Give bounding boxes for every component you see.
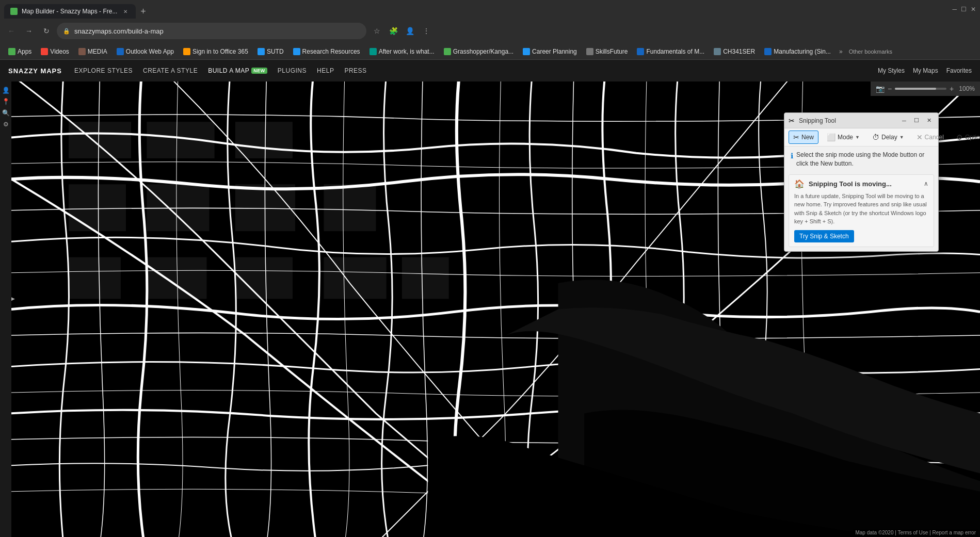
bookmark-favicon-videos: [41, 48, 48, 55]
snip-cancel-button[interactable]: ✕ Cancel: [912, 131, 948, 143]
nav-create-style[interactable]: CREATE A STYLE: [143, 67, 198, 74]
snipping-tool-maximize-button[interactable]: ☐: [911, 116, 922, 126]
bookmark-label-videos: Videos: [50, 48, 69, 55]
bookmark-favicon-sutd: [258, 48, 265, 55]
sidebar-icon-settings[interactable]: ⚙: [1, 120, 10, 129]
bookmark-favicon-career: [523, 48, 530, 55]
bookmark-label-manufacturing: Manufacturing (Sin...: [774, 48, 831, 55]
bookmark-favicon-manufacturing: [764, 48, 772, 55]
new-tab-button[interactable]: +: [136, 4, 150, 19]
svg-rect-2: [147, 122, 214, 158]
bookmark-label-sutd: SUTD: [267, 48, 284, 55]
map-area[interactable]: Map data ©2020 | Terms of Use | Report a…: [11, 82, 980, 537]
site-header: SNAZZY MAPS EXPLORE STYLES CREATE A STYL…: [0, 60, 980, 82]
bookmark-ch341ser[interactable]: CH341SER: [710, 46, 759, 57]
snipping-tool-title-bar: ✂ Snipping Tool ─ ☐ ✕: [784, 113, 938, 128]
snip-options-button[interactable]: ⚙ Options: [952, 131, 980, 143]
bookmark-label-office365: Sign in to Office 365: [192, 48, 248, 55]
bookmark-favicon-ch341ser: [714, 48, 721, 55]
browser-frame: Map Builder - Snazzy Maps - Fre... ✕ + ─…: [0, 0, 980, 537]
new-badge: NEW: [251, 68, 267, 74]
lock-icon: 🔒: [63, 28, 70, 35]
nav-help[interactable]: HELP: [317, 67, 334, 74]
bookmark-favicon-outlook: [117, 48, 124, 55]
site-logo: SNAZZY MAPS: [8, 67, 62, 75]
bookmark-grasshopper[interactable]: Grasshopper/Kanga...: [440, 46, 518, 57]
snip-info-icon: ℹ: [791, 151, 793, 161]
bookmark-sutd[interactable]: SUTD: [253, 46, 288, 57]
bookmark-favicon-office365: [183, 48, 190, 55]
moving-notice-body: In a future update, Snipping Tool will b…: [794, 192, 928, 226]
bookmark-skillsfuture[interactable]: SkillsFuture: [582, 46, 632, 57]
snip-delay-dropdown-icon: ▼: [899, 135, 904, 140]
bookmark-label-research: Research Resources: [302, 48, 360, 55]
bookmark-fundamentals[interactable]: Fundamentals of M...: [633, 46, 709, 57]
my-maps-link[interactable]: My Maps: [913, 67, 938, 74]
tab-close-button[interactable]: ✕: [121, 7, 130, 15]
bookmark-outlook[interactable]: Outlook Web App: [113, 46, 178, 57]
settings-dots-icon[interactable]: ⋮: [419, 24, 433, 38]
bookmark-favicon-grasshopper: [444, 48, 451, 55]
bookmark-star-icon[interactable]: ☆: [369, 24, 384, 38]
snipping-tool-minimize-button[interactable]: ─: [899, 116, 909, 126]
window-controls: ─ ☐ ✕: [952, 6, 976, 13]
bookmark-media[interactable]: MEDIA: [74, 46, 111, 57]
svg-rect-3: [235, 122, 293, 158]
sidebar-icon-search[interactable]: 🔍: [1, 108, 10, 118]
sidebar-expand-button[interactable]: ▶: [11, 296, 15, 301]
favorites-link[interactable]: Favorites: [946, 67, 972, 74]
other-bookmarks-label[interactable]: Other bookmarks: [849, 48, 892, 55]
url-bar[interactable]: 🔒 snazzymaps.com/build-a-map: [57, 23, 366, 39]
close-button[interactable]: ✕: [971, 6, 976, 13]
snipping-instruction-text: Select the snip mode using the Mode butt…: [796, 151, 932, 168]
nav-press[interactable]: PRESS: [344, 67, 366, 74]
bookmark-afterwork[interactable]: After work, is what...: [365, 46, 439, 57]
refresh-button[interactable]: ↻: [39, 24, 54, 38]
my-styles-link[interactable]: My Styles: [878, 67, 905, 74]
zoom-out-icon[interactable]: −: [888, 85, 892, 93]
snip-cancel-icon: ✕: [917, 133, 923, 141]
snip-new-button[interactable]: ✂ New: [789, 131, 818, 144]
snipping-tool-window-controls: ─ ☐ ✕: [899, 116, 934, 126]
moving-notice-collapse-button[interactable]: ∧: [924, 180, 928, 187]
site-nav: EXPLORE STYLES CREATE A STYLE BUILD A MA…: [74, 67, 865, 74]
try-snip-sketch-button[interactable]: Try Snip & Sketch: [794, 230, 854, 242]
nav-build-a-map[interactable]: BUILD A MAP NEW: [208, 67, 267, 74]
bookmark-apps[interactable]: Apps: [4, 46, 36, 57]
snipping-tool-title: Snipping Tool: [799, 117, 895, 124]
bookmark-label-skillsfuture: SkillsFuture: [596, 48, 628, 55]
bookmark-videos[interactable]: Videos: [37, 46, 73, 57]
snip-delay-icon: ⏱: [872, 133, 879, 141]
minimize-button[interactable]: ─: [952, 6, 957, 13]
bookmark-career[interactable]: Career Planning: [519, 46, 581, 57]
snipping-tool-instruction-area: ℹ Select the snip mode using the Mode bu…: [784, 147, 938, 172]
left-sidebar: 👤 📍 🔍 ⚙ ▶: [0, 82, 11, 537]
snip-delay-button[interactable]: ⏱ Delay ▼: [868, 131, 908, 143]
back-button[interactable]: ←: [4, 24, 19, 38]
bookmark-research[interactable]: Research Resources: [289, 46, 364, 57]
nav-plugins[interactable]: PLUGINS: [278, 67, 307, 74]
sidebar-icon-pin[interactable]: 📍: [1, 97, 10, 106]
zoom-slider[interactable]: [895, 88, 946, 90]
zoom-level: 100%: [959, 85, 975, 92]
zoom-in-icon[interactable]: +: [950, 85, 954, 93]
extensions-icon[interactable]: 🧩: [386, 24, 400, 38]
profile-icon[interactable]: 👤: [403, 24, 417, 38]
svg-rect-10: [235, 257, 293, 299]
snip-mode-button[interactable]: ⬜ Mode ▼: [823, 131, 864, 143]
nav-explore-styles[interactable]: EXPLORE STYLES: [74, 67, 133, 74]
forward-button[interactable]: →: [22, 24, 36, 38]
address-bar: ← → ↻ 🔒 snazzymaps.com/build-a-map ☆ 🧩 👤…: [0, 19, 980, 43]
bookmark-manufacturing[interactable]: Manufacturing (Sin...: [760, 46, 835, 57]
maximize-button[interactable]: ☐: [961, 6, 967, 13]
snipping-tool-icon: ✂: [789, 117, 795, 125]
bookmark-office365[interactable]: Sign in to Office 365: [179, 46, 252, 57]
snipping-tool-close-button[interactable]: ✕: [924, 116, 934, 126]
snip-new-icon: ✂: [793, 133, 799, 141]
sidebar-icon-user[interactable]: 👤: [1, 86, 10, 95]
snipping-moving-notice: 🏠 Snipping Tool is moving... ∧ In a futu…: [789, 174, 934, 247]
screenshot-icon[interactable]: 📷: [876, 85, 885, 93]
active-tab[interactable]: Map Builder - Snazzy Maps - Fre... ✕: [4, 4, 136, 19]
bookmarks-more-button[interactable]: »: [836, 46, 846, 57]
site-wrapper: SNAZZY MAPS EXPLORE STYLES CREATE A STYL…: [0, 60, 980, 537]
